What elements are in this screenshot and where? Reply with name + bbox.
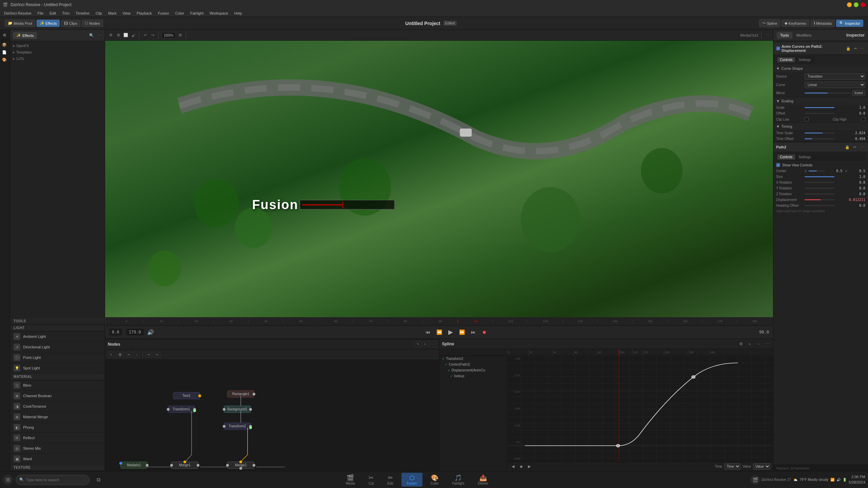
merge1-top-dot[interactable] bbox=[183, 461, 186, 463]
spline-item-displacement[interactable]: ✓ Displacement(AnimCu bbox=[439, 367, 507, 373]
scale-slider[interactable] bbox=[805, 107, 834, 108]
spline-keyframe-add[interactable]: ◆ bbox=[518, 464, 524, 470]
node-background1[interactable]: Background1 bbox=[224, 406, 251, 413]
mode-media[interactable]: 🎬 Media bbox=[340, 473, 360, 487]
preview-undo-icon[interactable]: ↩ bbox=[142, 32, 148, 38]
playbar-overlay[interactable] bbox=[300, 200, 395, 209]
effect-cooktorrance[interactable]: ◑ CookTorrance bbox=[10, 401, 105, 412]
next-frame-button[interactable]: ⏩ bbox=[458, 328, 466, 336]
tree-item-templates[interactable]: 📄 bbox=[1, 49, 7, 55]
source-select[interactable]: Transition bbox=[805, 73, 865, 80]
tab-modifiers[interactable]: Modifiers bbox=[793, 32, 815, 39]
taskbar-search-box[interactable]: 🔍 bbox=[16, 475, 90, 485]
merge2-top-dot[interactable] bbox=[239, 461, 242, 463]
clip-low-checkbox[interactable] bbox=[805, 117, 809, 121]
merge1-output-dot[interactable] bbox=[197, 464, 199, 467]
rect1-output-dot[interactable] bbox=[253, 393, 255, 395]
menu-mark[interactable]: Mark bbox=[105, 11, 119, 16]
tree-luts[interactable]: ▶ LUTs bbox=[10, 56, 105, 62]
node-merge2[interactable]: Merge2 bbox=[227, 462, 254, 469]
effect-phong[interactable]: ◐ Phong bbox=[10, 422, 105, 433]
spline-zoom-out[interactable]: − bbox=[755, 341, 762, 347]
invert-button[interactable]: Invert bbox=[852, 90, 865, 96]
maximize-button[interactable] bbox=[854, 2, 859, 7]
node-merge1[interactable]: Merge1 bbox=[171, 462, 198, 469]
prev-frame-button[interactable]: ⏪ bbox=[435, 328, 443, 336]
metadata-button[interactable]: ℹ Metadata bbox=[811, 20, 835, 27]
play-button[interactable]: ▶ bbox=[447, 327, 454, 337]
preview-settings-icon[interactable]: ⚙ bbox=[108, 32, 114, 38]
menu-color[interactable]: Color bbox=[173, 11, 187, 16]
spline-button[interactable]: 〜 Spline bbox=[759, 19, 781, 27]
node-add-tool[interactable]: ➕ bbox=[116, 352, 124, 358]
bg1-input-dot[interactable] bbox=[223, 408, 225, 411]
path2-tab-controls[interactable]: Controls bbox=[777, 155, 795, 160]
node-tool-select[interactable]: ↖ bbox=[415, 341, 421, 347]
menu-edit[interactable]: Edit bbox=[47, 11, 59, 16]
spline-fit-icon[interactable]: ⊞ bbox=[738, 341, 744, 347]
effect-ambient-light[interactable]: ☀ Ambient Light bbox=[10, 331, 105, 342]
node-editor-content[interactable]: Text1 Transform1 Rectangle1 bbox=[105, 360, 439, 471]
anim-lock-icon[interactable]: 🔒 bbox=[846, 45, 851, 52]
nodes-button[interactable]: ⬡ Nodes bbox=[82, 20, 103, 27]
merge2-input-dot[interactable] bbox=[226, 464, 229, 467]
preview-viewport[interactable]: Fusion bbox=[105, 41, 773, 317]
anim-edit-icon[interactable]: ✏ bbox=[853, 45, 859, 52]
audio-icon[interactable]: 🔊 bbox=[148, 329, 153, 335]
tree-templates[interactable]: ▶ Templates bbox=[10, 49, 105, 56]
effect-blinn[interactable]: ⬡ Blinn bbox=[10, 380, 105, 391]
effect-spot-light[interactable]: 💡 Spot Light bbox=[10, 363, 105, 373]
node-lasso-tool[interactable]: ○ bbox=[134, 352, 140, 358]
node-text1[interactable]: Text1 bbox=[173, 392, 200, 399]
path2-tab-settings[interactable]: Settings bbox=[796, 155, 813, 160]
spline-more-icon[interactable]: ⋯ bbox=[764, 341, 770, 347]
mode-cut[interactable]: ✂ Cut bbox=[363, 473, 379, 487]
x-rotation-slider[interactable] bbox=[805, 182, 834, 183]
mode-color[interactable]: 🎨 Color bbox=[425, 473, 444, 487]
record-button[interactable]: ⏺ bbox=[480, 328, 488, 336]
clip-high-checkbox[interactable] bbox=[861, 117, 865, 121]
search-input[interactable] bbox=[26, 478, 86, 482]
text1-output-dot[interactable] bbox=[198, 394, 201, 397]
node-tool-more[interactable]: ⋯ bbox=[429, 341, 436, 347]
menu-workspace[interactable]: Workspace bbox=[207, 11, 231, 16]
value-select[interactable]: Value bbox=[753, 463, 770, 470]
effect-point-light[interactable]: ⚫ Point Light bbox=[10, 352, 105, 363]
skip-start-button[interactable]: ⏮ bbox=[424, 328, 432, 336]
transform2-input-dot[interactable] bbox=[223, 425, 225, 428]
path2-more-icon[interactable]: ⋯ bbox=[859, 144, 865, 150]
spline-keyframe-next[interactable]: ▶ bbox=[526, 464, 532, 470]
curve-shape-header[interactable]: ▼ Curve Shape bbox=[773, 65, 868, 72]
effect-material-merge[interactable]: ⊕ Material Merge bbox=[10, 412, 105, 422]
mediain1-blue-dot[interactable] bbox=[119, 462, 122, 465]
effect-stereo-mix[interactable]: ◎ Stereo Mix bbox=[10, 443, 105, 454]
z-rotation-slider[interactable] bbox=[805, 194, 834, 195]
node-tool-add[interactable]: + bbox=[422, 341, 428, 347]
skip-end-button[interactable]: ⏭ bbox=[470, 328, 477, 336]
mode-fairlight[interactable]: 🎵 Fairlight bbox=[447, 473, 470, 487]
center-x-slider[interactable] bbox=[809, 170, 825, 171]
mode-deliver[interactable]: 📤 Deliver bbox=[472, 473, 494, 487]
mirror-slider[interactable] bbox=[805, 93, 851, 94]
menu-help[interactable]: Help bbox=[232, 11, 245, 16]
anim-more-icon[interactable]: ⋯ bbox=[860, 45, 865, 52]
menu-view[interactable]: View bbox=[120, 11, 133, 16]
offset-slider[interactable] bbox=[805, 113, 834, 114]
node-mediain1[interactable]: MediaIn1 bbox=[120, 462, 147, 469]
merge2-output-dot[interactable] bbox=[253, 464, 255, 467]
timing-header[interactable]: ▼ Timing bbox=[773, 123, 868, 130]
preview-mask-icon[interactable]: ⬜ bbox=[123, 32, 129, 38]
mode-fusion[interactable]: ⬡ Fusion bbox=[401, 473, 422, 487]
time-scale-slider[interactable] bbox=[805, 133, 834, 134]
menu-trim[interactable]: Trim bbox=[59, 11, 72, 16]
time-select[interactable]: Time bbox=[724, 463, 741, 470]
menu-timeline[interactable]: Timeline bbox=[73, 11, 92, 16]
tab-tools[interactable]: Tools bbox=[777, 32, 792, 39]
taskbar-task-view[interactable]: ⧉ bbox=[92, 474, 104, 486]
zoom-fit-icon[interactable]: ⊞ bbox=[177, 32, 183, 38]
merge2-bottom-dot[interactable] bbox=[239, 467, 242, 470]
y-rotation-slider[interactable] bbox=[805, 188, 834, 189]
inspector-button[interactable]: 🔍 Inspector bbox=[836, 20, 863, 27]
time-offset-slider[interactable] bbox=[805, 138, 834, 139]
menu-fairlight[interactable]: Fairlight bbox=[188, 11, 206, 16]
